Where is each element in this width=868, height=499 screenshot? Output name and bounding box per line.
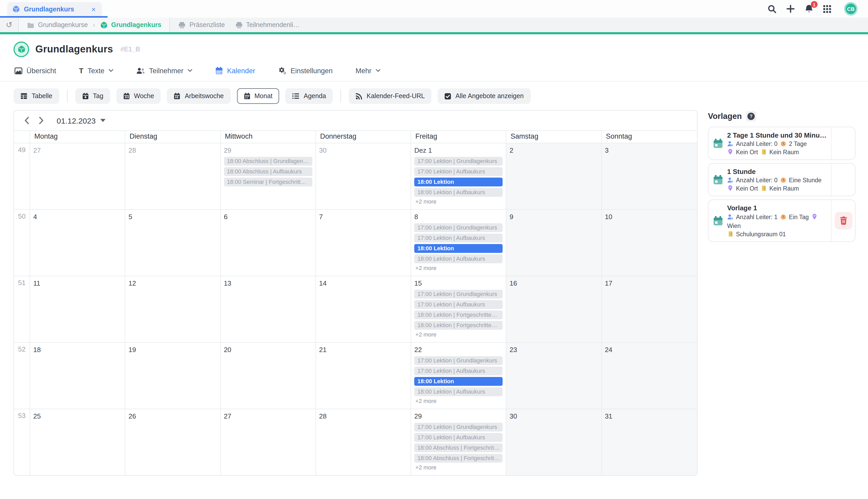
tab-texte[interactable]: T Texte [79,66,113,75]
tabelle-button[interactable]: Tabelle [13,88,59,104]
calendar-event[interactable]: 18:00 Lektion [414,377,503,386]
template-card[interactable]: 2 Tage 1 Stunde und 30 Minu…Anzahl Leite… [708,127,856,160]
calendar-event[interactable]: 17:00 Lektion | Aufbaukurs [414,300,503,309]
calendar-event[interactable]: 17:00 Lektion | Aufbaukurs [414,234,503,243]
notifications-bell-icon[interactable]: 1 [805,4,813,13]
tab-kalender[interactable]: Kalender [215,66,255,75]
calendar-event[interactable]: 18:00 Lektion [414,244,503,253]
day-cell[interactable]: 30 [316,143,412,209]
day-cell[interactable]: 4 [30,210,126,276]
template-card[interactable]: 1 StundeAnzahl Leiter: 0Eine StundeKein … [708,163,856,196]
more-events-link[interactable]: +2 more [414,398,503,404]
tab-teilnehmer[interactable]: Teilnehmer [136,67,192,74]
day-cell[interactable]: 2918:00 Abschluss | Grundlagen…18:00 Abs… [221,143,316,209]
calendar-event[interactable]: 17:00 Lektion | Aufbaukurs [414,433,503,442]
calendar-event[interactable]: 18:00 Lektion | Fortgeschritten… [414,311,503,319]
date-picker[interactable]: 01.12.2023 [57,116,106,125]
day-cell[interactable]: 21 [316,343,412,409]
day-cell[interactable]: 3 [602,143,697,209]
day-cell[interactable]: 23 [507,343,602,409]
day-cell[interactable]: 24 [602,343,697,409]
calendar-event[interactable]: 18:00 Seminar | Fortgeschritte… [224,178,312,186]
day-cell[interactable]: 20 [221,343,316,409]
calendar-event[interactable]: 18:00 Lektion | Aufbaukurs [414,387,503,396]
tab-uebersicht[interactable]: Übersicht [14,67,56,74]
calendar-event[interactable]: 18:00 Lektion | Aufbaukurs [414,188,503,197]
apps-grid-icon[interactable] [823,5,831,13]
day-cell[interactable]: 16 [507,276,602,342]
calendar-event[interactable]: 18:00 Abschluss | Aufbaukurs [224,167,312,176]
tab-einstellungen[interactable]: Einstellungen [278,67,333,74]
template-card-body: Vorlage 1Anzahl Leiter: 1Ein TagWienSchu… [727,200,831,242]
calendar-event[interactable]: 17:00 Lektion | Grundlagenkurs [414,356,503,365]
more-events-link[interactable]: +2 more [414,198,503,205]
day-cell[interactable]: 31 [602,409,697,475]
day-cell[interactable]: 817:00 Lektion | Grundlagenkurs17:00 Lek… [411,210,507,276]
day-cell[interactable]: 17 [602,276,697,342]
avatar[interactable]: CB [844,2,858,15]
more-events-link[interactable]: +2 more [414,265,503,271]
kalender-feed-url-button[interactable]: Kalender-Feed-URL [349,88,432,104]
day-cell[interactable]: 27 [221,409,316,475]
day-cell[interactable]: 2917:00 Lektion | Grundlagenkurs17:00 Le… [411,409,507,475]
day-number: 13 [224,279,231,287]
print-praesenzliste[interactable]: Präsenzliste [179,21,225,28]
close-icon[interactable]: × [91,5,97,13]
calendar-event[interactable]: 18:00 Lektion | Fortgeschritten… [414,321,503,330]
day-cell[interactable]: 2217:00 Lektion | Grundlagenkurs17:00 Le… [411,343,507,409]
breadcrumb-item-grundlagenkurs[interactable]: Grundlagenkurs [100,21,162,29]
calendar-event[interactable]: 17:00 Lektion | Aufbaukurs [414,367,503,375]
woche-button[interactable]: Woche [116,88,161,104]
print-teilnehmendenliste[interactable]: Teilnehmendenli… [235,21,300,28]
tab-mehr[interactable]: Mehr [356,67,380,74]
tag-button[interactable]: Tag [75,88,110,104]
alle-angebote-anzeigen-button[interactable]: Alle Angebote anzeigen [438,88,531,104]
search-icon[interactable] [768,4,776,13]
calendar-event[interactable]: 18:00 Lektion [414,178,503,186]
day-cell[interactable]: 1517:00 Lektion | Grundlagenkurs17:00 Le… [411,276,507,342]
day-cell[interactable]: 2 [507,143,602,209]
calendar-event[interactable]: 18:00 Lektion | Aufbaukurs [414,254,503,263]
calendar-event[interactable]: 17:00 Lektion | Grundlagenkurs [414,157,503,166]
day-cell[interactable]: 5 [126,210,221,276]
calendar-event[interactable]: 17:00 Lektion | Grundlagenkurs [414,223,503,232]
day-cell[interactable]: 7 [316,210,412,276]
calendar-event[interactable]: 17:00 Lektion | Grundlagenkurs [414,290,503,299]
more-events-link[interactable]: +2 more [414,331,503,338]
prev-month-button[interactable] [19,113,34,128]
day-cell[interactable]: 13 [221,276,316,342]
agenda-button[interactable]: Agenda [286,88,333,104]
next-month-button[interactable] [34,113,48,128]
template-card[interactable]: Vorlage 1Anzahl Leiter: 1Ein TagWienSchu… [708,199,856,242]
calendar-event[interactable]: 18:00 Abschluss | Grundlagen… [224,157,312,166]
breadcrumb-item-grundlagenkurse[interactable]: Grundlagenkurse [27,21,88,28]
day-cell[interactable]: 25 [30,409,126,475]
day-cell[interactable]: 19 [126,343,221,409]
day-cell[interactable]: 10 [602,210,697,276]
day-cell[interactable]: 30 [507,409,602,475]
add-icon[interactable] [786,5,795,13]
template-card-actions [831,200,855,242]
day-cell[interactable]: 28 [126,143,221,209]
delete-template-button[interactable] [834,212,852,230]
calendar-event[interactable]: 17:00 Lektion | Grundlagenkurs [414,423,503,431]
day-cell[interactable]: 26 [126,409,221,475]
day-cell[interactable]: 18 [30,343,126,409]
calendar-event[interactable]: 18:00 Abschluss | Fortgeschrit… [414,454,503,463]
day-cell[interactable]: 11 [30,276,126,342]
app-tab[interactable]: Grundlagenkurs × [7,2,102,16]
day-cell[interactable]: 27 [30,143,126,209]
day-cell[interactable]: 6 [221,210,316,276]
calendar-event[interactable]: 18:00 Abschluss | Fortgeschrit… [414,443,503,452]
history-icon[interactable]: ↺ [0,18,19,32]
help-icon[interactable]: ? [746,111,756,122]
day-cell[interactable]: 12 [126,276,221,342]
day-cell[interactable]: Dez 117:00 Lektion | Grundlagenkurs17:00… [411,143,507,209]
arbeitswoche-button[interactable]: Arbeitswoche [167,88,230,104]
more-events-link[interactable]: +2 more [414,464,503,471]
day-cell[interactable]: 14 [316,276,412,342]
monat-button[interactable]: Monat [237,88,280,104]
calendar-event[interactable]: 17:00 Lektion | Aufbaukurs [414,167,503,176]
day-cell[interactable]: 28 [316,409,412,475]
day-cell[interactable]: 9 [507,210,602,276]
